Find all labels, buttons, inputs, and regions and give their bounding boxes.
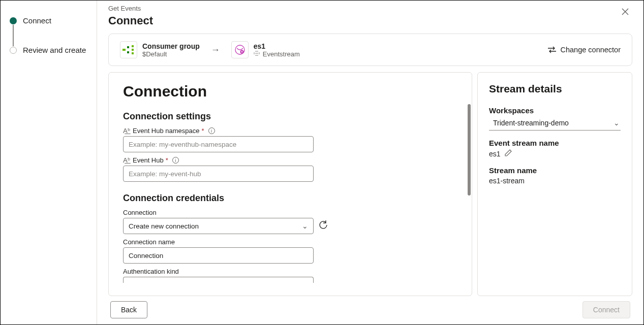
connector-source-title: Consumer group [142,42,200,50]
breadcrumb: Get Events [108,5,153,12]
svg-rect-0 [122,49,126,51]
connection-name-label: Connection name [123,238,451,246]
workspaces-value: Trident-streaming-demo [493,119,569,127]
connector-summary-card: Consumer group $Default → es1 Eventstrea… [108,34,632,66]
required-indicator: * [166,156,168,164]
eventhub-label: A͟ᵇ Event Hub * i [123,156,451,164]
back-button[interactable]: Back [110,301,147,318]
connection-name-input[interactable] [123,247,314,264]
change-connector-label: Change connector [561,46,621,54]
connector-target-subtitle: Eventstream [263,50,300,58]
workspaces-label: Workspaces [489,106,621,115]
page-title: Connect [108,14,153,27]
connection-dropdown-value: Create new connection [129,222,199,230]
eventhub-namespace-label: A͟ᵇ Event Hub namespace * i [123,127,451,135]
edit-eventstream-name-button[interactable] [505,149,512,158]
stream-name-label: Stream name [489,166,621,175]
text-field-icon: A͟ᵇ [123,127,131,135]
stream-details-panel: Stream details Workspaces Trident-stream… [477,72,632,296]
connector-source-subtitle: $Default [142,50,200,58]
consumer-group-icon [120,41,137,58]
connect-button[interactable]: Connect [582,301,630,318]
step-bullet-icon [10,17,17,24]
scrollbar[interactable] [468,104,471,196]
eventstream-name-value: es1 [489,150,501,158]
refresh-connections-button[interactable] [319,220,328,232]
arrow-right-icon: → [211,45,220,55]
connector-target: es1 Eventstream [231,41,300,58]
step-label: Connect [23,16,51,26]
close-icon [621,8,629,16]
eventstream-name-label: Event stream name [489,139,621,147]
connector-target-title: es1 [254,42,300,50]
svg-rect-2 [127,51,129,53]
svg-rect-5 [132,52,134,54]
swap-icon [547,46,557,53]
text-field-icon: A͟ᵇ [123,156,131,164]
change-connector-button[interactable]: Change connector [547,46,621,54]
pencil-icon [505,149,512,156]
connection-settings-heading: Connection settings [123,111,451,122]
step-label: Review and create [23,45,86,55]
wizard-footer: Back Connect [108,296,632,324]
stream-name-value: es1-stream [489,177,525,185]
eventstream-icon [231,41,249,58]
connection-dropdown-label: Connection [123,209,451,216]
stream-details-title: Stream details [489,83,621,95]
eventhub-namespace-input[interactable] [123,136,314,152]
required-indicator: * [202,127,204,135]
connector-source: Consumer group $Default [120,41,200,58]
svg-rect-3 [132,45,134,47]
info-icon[interactable]: i [172,157,179,164]
eventhub-input[interactable] [123,166,314,182]
chevron-down-icon: ⌄ [302,222,308,230]
main-panel: Get Events Connect Consumer group $Defau… [97,1,643,324]
connection-heading: Connection [123,83,451,100]
step-connect[interactable]: Connect [10,16,87,26]
step-bullet-icon [10,47,17,54]
info-icon[interactable]: i [208,127,215,134]
connection-form-panel: Connection Connection settings A͟ᵇ Event… [108,72,472,296]
chevron-down-icon: ⌄ [614,119,620,127]
svg-point-8 [241,51,242,53]
authentication-kind-label: Authentication kind [123,268,451,275]
connection-credentials-heading: Connection credentials [123,193,451,204]
step-connector-line [13,25,14,46]
close-button[interactable] [618,5,632,21]
svg-rect-1 [127,46,129,48]
wizard-stepper: Connect Review and create [1,1,97,324]
step-review-create[interactable]: Review and create [10,45,87,55]
refresh-icon [319,220,328,230]
link-icon [254,51,260,57]
svg-rect-4 [132,49,134,51]
authentication-kind-dropdown[interactable] [123,277,314,283]
connection-dropdown[interactable]: Create new connection ⌄ [123,218,314,234]
workspaces-dropdown[interactable]: Trident-streaming-demo ⌄ [489,117,621,131]
